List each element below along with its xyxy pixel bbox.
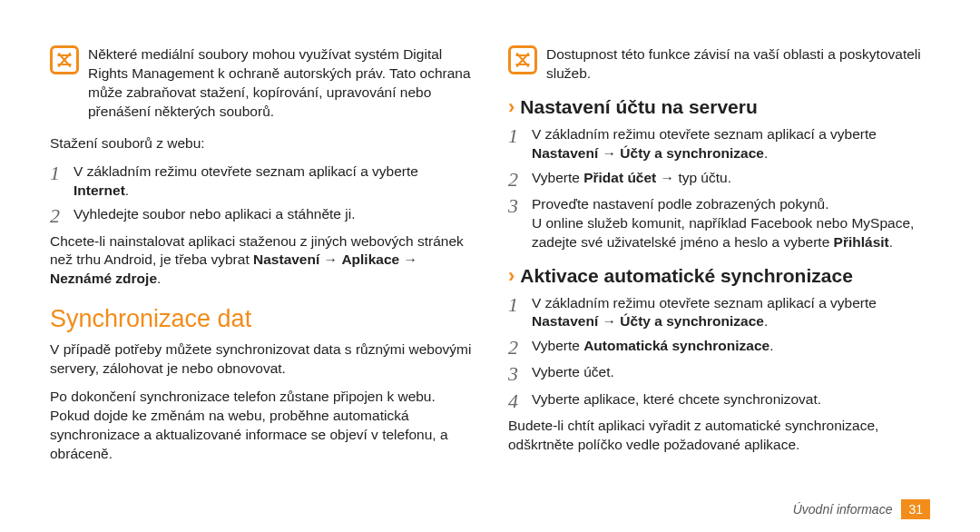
step-number: 3 [508, 195, 523, 216]
step-text: V základním režimu otevřete seznam aplik… [532, 294, 930, 332]
note-drm: Některé mediální soubory mohou využívat … [50, 45, 472, 122]
para-install-note: Chcete-li nainstalovat aplikaci staženou… [50, 232, 472, 290]
heading-account-setup: › Nastavení účtu na serveru [508, 96, 930, 118]
note-text: Dostupnost této funkce závisí na vaší ob… [546, 45, 930, 84]
step-row: 2 Vyberte Přidat účet → typ účtu. [508, 169, 930, 190]
note-availability: Dostupnost této funkce závisí na vaší ob… [508, 45, 930, 84]
step-text: Vyhledejte soubor nebo aplikaci a stáhně… [74, 205, 356, 224]
step-row: 3 Vyberte účet. [508, 363, 930, 384]
step-row: 3 Proveďte nastavení podle zobrazených p… [508, 195, 930, 252]
step-number: 2 [508, 169, 523, 190]
para-sync-intro: V případě potřeby můžete synchronizovat … [50, 340, 472, 379]
page-content: Některé mediální soubory mohou využívat … [0, 0, 980, 509]
heading-synchronizace: Synchronizace dat [50, 305, 472, 333]
step-row: 1 V základním režimu otevřete seznam apl… [508, 125, 930, 163]
chevron-right-icon: › [508, 97, 514, 117]
step-text: V základním režimu otevřete seznam aplik… [74, 163, 472, 201]
note-icon [50, 45, 79, 74]
step-text: Vyberte účet. [532, 363, 614, 382]
chevron-right-icon: › [508, 266, 514, 286]
step-row: 2 Vyhledejte soubor nebo aplikaci a stáh… [50, 205, 472, 226]
step-number: 1 [508, 125, 523, 146]
step-number: 2 [50, 205, 64, 226]
step-row: 2 Vyberte Automatická synchronizace. [508, 337, 930, 358]
note-text: Některé mediální soubory mohou využívat … [88, 45, 472, 122]
step-row: 1 V základním režimu otevřete seznam apl… [508, 294, 930, 332]
footer-section: Úvodní informace [793, 502, 893, 517]
step-number: 2 [508, 337, 523, 358]
note-icon [508, 45, 537, 74]
right-column: Dostupnost této funkce závisí na vaší ob… [508, 45, 930, 473]
step-number: 1 [50, 163, 64, 183]
page-number: 31 [901, 499, 930, 519]
step-text: Vyberte Automatická synchronizace. [532, 337, 773, 356]
step-number: 1 [508, 294, 523, 315]
step-text: V základním režimu otevřete seznam aplik… [532, 125, 930, 163]
step-text: Proveďte nastavení podle zobrazených pok… [532, 195, 930, 252]
page-footer: Úvodní informace 31 [793, 499, 930, 519]
left-column: Některé mediální soubory mohou využívat … [50, 45, 472, 473]
step-text: Vyberte aplikace, které chcete synchroni… [532, 390, 821, 409]
para-download-heading: Stažení souborů z webu: [50, 134, 472, 153]
step-number: 4 [508, 390, 523, 411]
step-row: 4 Vyberte aplikace, které chcete synchro… [508, 390, 930, 411]
step-text: Vyberte Přidat účet → typ účtu. [532, 169, 731, 188]
heading-auto-sync: › Aktivace automatické synchronizace [508, 265, 930, 287]
para-autosync-remove: Budete-li chtít aplikaci vyřadit z autom… [508, 417, 930, 455]
step-number: 3 [508, 363, 523, 384]
para-sync-behavior: Po dokončení synchronizace telefon zůsta… [50, 388, 472, 464]
step-row: 1 V základním režimu otevřete seznam apl… [50, 163, 472, 201]
